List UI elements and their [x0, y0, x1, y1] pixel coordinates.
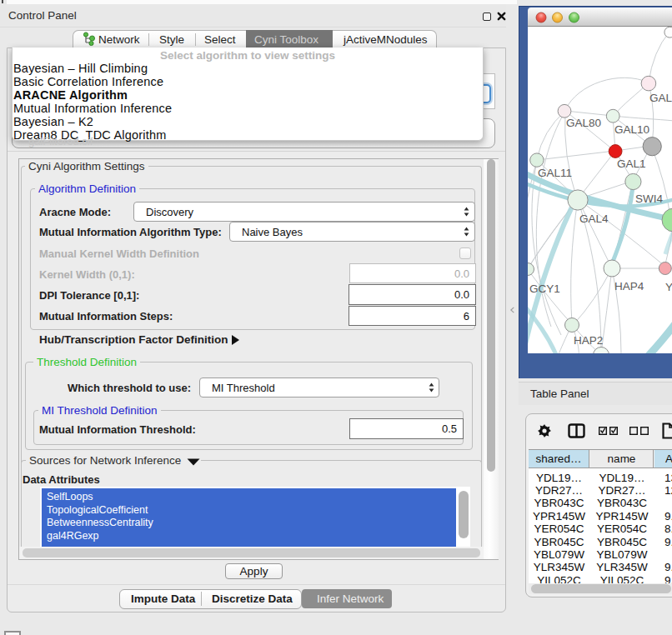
svg-text:HAP2: HAP2 — [574, 334, 603, 347]
svg-text:Y: Y — [665, 281, 672, 293]
svg-text:GAL: GAL — [649, 92, 672, 104]
svg-text:HAP4: HAP4 — [614, 280, 644, 292]
svg-text:GAL11: GAL11 — [538, 167, 572, 179]
svg-text:GCY1: GCY1 — [529, 282, 560, 295]
svg-text:GAL1: GAL1 — [617, 158, 646, 170]
svg-text:GAL4: GAL4 — [579, 212, 609, 225]
svg-text:SWI4: SWI4 — [635, 192, 663, 205]
svg-text:GAL80: GAL80 — [566, 117, 601, 129]
svg-text:GAL10: GAL10 — [614, 123, 649, 136]
